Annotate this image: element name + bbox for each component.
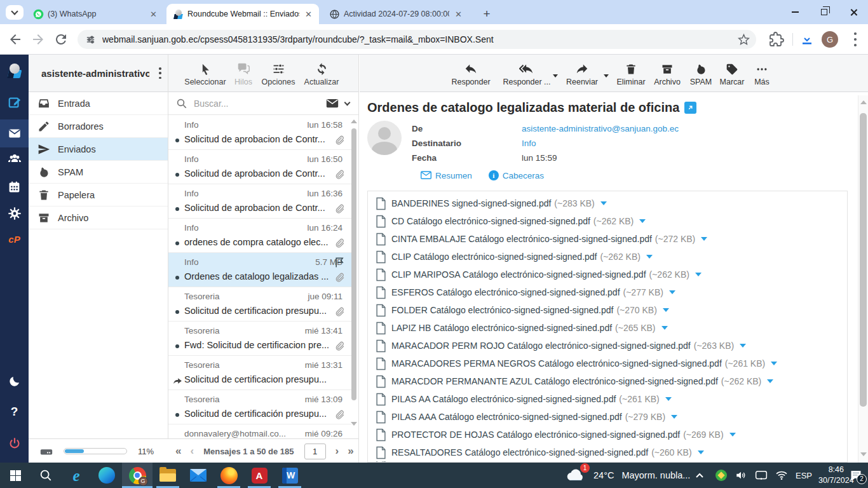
attachment-row[interactable]: CLIP MARIPOSA Catálogo electrónico-signe… xyxy=(376,266,847,283)
taskbar-chrome-button[interactable]: G xyxy=(122,463,153,488)
attachment-menu-caret[interactable] xyxy=(740,344,746,348)
restore-button[interactable] xyxy=(810,0,839,24)
prev-page-button[interactable]: ‹ xyxy=(186,445,198,458)
attachment-menu-caret[interactable] xyxy=(646,255,653,259)
attachment-row[interactable]: MARACDOR PERMANANTE AZUL Catálogo electr… xyxy=(376,372,847,390)
scroll-up-icon[interactable] xyxy=(860,100,867,104)
mail-scrollbar[interactable] xyxy=(858,95,868,463)
reply-all-caret[interactable] xyxy=(553,74,558,78)
start-button[interactable] xyxy=(0,463,31,488)
open-in-new-window-icon[interactable] xyxy=(684,102,696,114)
attachment-menu-caret[interactable] xyxy=(639,219,646,223)
sidebar-item-entrada[interactable]: Entrada xyxy=(29,92,168,115)
tray-chevron-button[interactable] xyxy=(695,463,704,488)
search-input[interactable] xyxy=(194,98,326,109)
tray-display-icon[interactable] xyxy=(755,463,768,488)
attachment-row[interactable]: FOLDER Catálogo electrónico-signed-signe… xyxy=(376,301,847,319)
mark-button[interactable]: Marcar xyxy=(713,60,751,86)
attachment-row[interactable]: CD Catálogo electrónico-signed-signed-si… xyxy=(376,212,847,230)
summary-link[interactable]: Resumen xyxy=(435,171,472,180)
forward-button[interactable] xyxy=(31,32,46,47)
message-row[interactable]: Tesoreria jue 09:11 Solicitud de certifi… xyxy=(168,287,351,322)
attachment-menu-caret[interactable] xyxy=(701,237,707,241)
taskbar-word-button[interactable]: W xyxy=(275,463,305,488)
message-row[interactable]: Info lun 16:36 Solicitud de aprobacion d… xyxy=(168,184,351,219)
message-row[interactable]: Info 5.7 MB Ordenes de catalogo legaliza… xyxy=(168,253,351,287)
logout-button[interactable] xyxy=(0,430,29,458)
tab-roundcube[interactable]: Roundcube Webmail :: Enviados ✕ xyxy=(166,4,319,24)
tab-actividad[interactable]: Actividad 2024-07-29 08:00:00 ✕ xyxy=(323,4,469,24)
bookmark-star-icon[interactable] xyxy=(738,34,750,46)
rail-cpanel-button[interactable]: cP xyxy=(0,225,29,253)
attachment-menu-caret[interactable] xyxy=(661,326,668,330)
message-row[interactable]: Tesoreria mié 13:41 Fwd: Solicitud de ce… xyxy=(168,322,351,356)
scroll-down-icon[interactable] xyxy=(351,422,357,426)
from-address-link[interactable]: asistente-administrativo@sanjuan.gob.ec xyxy=(522,124,679,133)
taskbar-firefox-button[interactable] xyxy=(214,463,244,488)
tab-search-button[interactable] xyxy=(6,5,24,20)
more-button[interactable]: Más xyxy=(746,60,778,86)
attachment-name[interactable]: PROTECTOR DE HOJAS Catálogo electrónico-… xyxy=(391,430,680,440)
action-center-button[interactable]: 2 xyxy=(850,463,862,488)
rail-mail-button[interactable] xyxy=(0,119,29,147)
attachment-menu-caret[interactable] xyxy=(767,379,773,383)
sidebar-item-enviados[interactable]: Enviados xyxy=(29,138,168,161)
attachment-menu-caret[interactable] xyxy=(729,433,736,437)
tray-volume-icon[interactable] xyxy=(735,463,747,488)
tray-clock[interactable]: 8:46 30/7/2024 xyxy=(818,463,854,488)
attachment-menu-caret[interactable] xyxy=(669,290,675,294)
forward-button[interactable]: Reenviar xyxy=(558,60,606,86)
tab-close-icon[interactable]: ✕ xyxy=(148,9,159,20)
attachment-menu-caret[interactable] xyxy=(671,415,677,419)
tab-close-icon[interactable]: ✕ xyxy=(453,9,464,20)
attachment-menu-caret[interactable] xyxy=(695,273,702,276)
attachment-row[interactable]: PILAS AAA Catálogo electrónico-signed-si… xyxy=(376,408,847,426)
scroll-up-icon[interactable] xyxy=(351,119,357,123)
attachment-name[interactable]: RESALTADORES Catálogo electrónico-signed… xyxy=(391,447,648,458)
message-row[interactable]: Info lun 16:50 Solicitud de aprobacion d… xyxy=(168,150,351,184)
download-icon[interactable] xyxy=(799,32,815,47)
attachment-name[interactable]: LAPIZ HB Catálogo electrónico-signed-sig… xyxy=(391,323,612,333)
rail-calendar-button[interactable] xyxy=(0,173,29,201)
next-page-button[interactable]: › xyxy=(331,445,344,458)
tab-whatsapp[interactable]: (3) WhatsApp ✕ xyxy=(27,4,164,24)
attachment-menu-caret[interactable] xyxy=(771,362,777,365)
first-page-button[interactable]: « xyxy=(171,445,186,458)
profile-avatar[interactable]: G xyxy=(822,31,838,48)
new-tab-button[interactable]: + xyxy=(478,6,495,22)
dark-mode-button[interactable] xyxy=(0,367,29,395)
sidebar-item-spam[interactable]: SPAM xyxy=(29,161,168,184)
refresh-list-button[interactable]: Actualizar xyxy=(299,60,344,86)
close-button[interactable] xyxy=(839,0,868,24)
attachment-row[interactable]: LAPIZ HB Catálogo electrónico-signed-sig… xyxy=(376,319,847,337)
message-row[interactable]: Tesoreria mié 13:09 Solicitud de certifi… xyxy=(168,390,351,424)
taskbar-ie-button[interactable]: e xyxy=(61,463,92,488)
roundcube-logo[interactable] xyxy=(0,57,29,85)
to-address-link[interactable]: Info xyxy=(522,139,536,148)
compose-button[interactable] xyxy=(0,89,29,117)
attachment-menu-caret[interactable] xyxy=(698,451,704,454)
attachment-name[interactable]: CD Catálogo electrónico-signed-signed-si… xyxy=(391,216,590,226)
forward-caret[interactable] xyxy=(604,74,609,78)
attachment-name[interactable]: FOLDER Catálogo electrónico-signed-signe… xyxy=(391,305,613,315)
weather-widget[interactable]: 1 24°C Mayorm. nubla... xyxy=(566,463,690,488)
sidebar-item-borradores[interactable]: Borradores xyxy=(29,115,168,138)
message-row[interactable]: Info lun 16:24 ordenes de compra catalog… xyxy=(168,219,351,253)
flag-icon[interactable] xyxy=(334,256,346,269)
headers-link[interactable]: Cabeceras xyxy=(503,171,544,180)
extensions-icon[interactable] xyxy=(769,32,784,47)
reply-all-button[interactable]: Responder ... xyxy=(498,60,555,86)
attachment-row[interactable]: MARACADORES PERMA NEGROS Catálogo electr… xyxy=(376,355,847,372)
attachment-row[interactable]: MARACADOR PERM ROJO Catálogo electrónico… xyxy=(376,337,847,355)
attachment-row[interactable]: PROTECTOR DE HOJAS Catálogo electrónico-… xyxy=(376,426,847,444)
search-options-chevron[interactable] xyxy=(344,100,351,106)
threads-button[interactable]: Hilos xyxy=(228,60,259,86)
site-settings-icon[interactable] xyxy=(85,34,96,45)
options-button[interactable]: Opciones xyxy=(259,60,298,86)
attachment-name[interactable]: MARACADORES PERMA NEGROS Catálogo electr… xyxy=(391,358,722,369)
attachment-menu-caret[interactable] xyxy=(600,201,607,205)
attachment-name[interactable]: BANDERINES signed-signed-signed.pdf xyxy=(391,198,551,208)
search-scope-mail-icon[interactable] xyxy=(326,98,339,109)
address-bar[interactable]: webmail.sanjuan.gob.ec/cpsess0458131935/… xyxy=(78,30,756,49)
folder-menu-icon[interactable] xyxy=(159,67,161,79)
